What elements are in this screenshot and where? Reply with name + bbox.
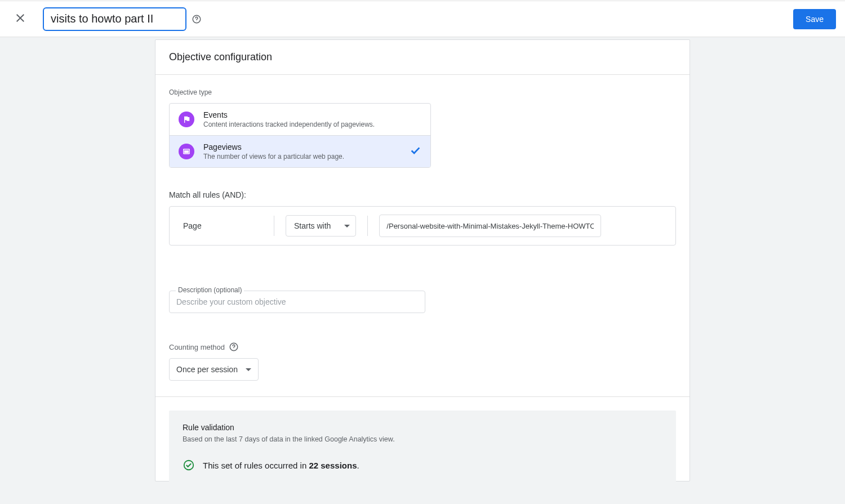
description-label: Description (optional) xyxy=(176,286,244,294)
divider xyxy=(367,216,368,236)
type-title: Events xyxy=(203,110,421,119)
description-input[interactable] xyxy=(169,291,425,313)
rule-value-input[interactable] xyxy=(379,215,601,237)
check-circle-icon xyxy=(183,459,195,471)
check-icon xyxy=(409,144,421,159)
type-subtitle: The number of views for a particular web… xyxy=(203,153,400,160)
validation-result-text: This set of rules occurred in 22 session… xyxy=(203,461,359,470)
objective-type-list: Events Content interactions tracked inde… xyxy=(169,103,431,168)
header-bar: Save xyxy=(0,1,845,37)
counting-method-select[interactable]: Once per session xyxy=(169,358,259,381)
type-subtitle: Content interactions tracked independent… xyxy=(203,121,421,128)
validation-title: Rule validation xyxy=(183,423,662,432)
svg-rect-3 xyxy=(184,150,189,153)
divider xyxy=(274,216,274,236)
objective-type-pageviews[interactable]: Pageviews The number of views for a part… xyxy=(170,135,430,167)
rule-operator-select[interactable]: Starts with xyxy=(286,215,356,237)
objective-config-card: Objective configuration Objective type E… xyxy=(155,39,690,481)
chevron-down-icon xyxy=(246,368,251,371)
close-icon xyxy=(14,11,27,26)
svg-point-1 xyxy=(197,21,197,21)
match-rules-label: Match all rules (AND): xyxy=(169,190,676,199)
rule-operator-value: Starts with xyxy=(294,221,331,230)
validation-subtitle: Based on the last 7 days of data in the … xyxy=(183,435,662,443)
flag-icon xyxy=(179,111,194,127)
counting-method-value: Once per session xyxy=(176,365,238,374)
help-icon[interactable] xyxy=(228,341,239,353)
save-button[interactable]: Save xyxy=(793,9,836,29)
svg-point-5 xyxy=(234,349,234,349)
card-title: Objective configuration xyxy=(155,40,690,75)
rule-row: Page Starts with xyxy=(169,206,676,246)
objective-type-events[interactable]: Events Content interactions tracked inde… xyxy=(170,104,430,135)
objective-name-input[interactable] xyxy=(43,7,186,31)
page-icon xyxy=(179,144,194,159)
help-icon[interactable] xyxy=(191,14,202,25)
close-button[interactable] xyxy=(9,8,32,30)
type-title: Pageviews xyxy=(203,142,400,151)
rule-validation-panel: Rule validation Based on the last 7 days… xyxy=(169,411,676,488)
section-divider xyxy=(155,396,690,397)
rule-dimension[interactable]: Page xyxy=(170,215,274,237)
counting-method-label: Counting method xyxy=(169,343,225,351)
chevron-down-icon xyxy=(344,225,350,228)
objective-type-label: Objective type xyxy=(169,88,676,96)
